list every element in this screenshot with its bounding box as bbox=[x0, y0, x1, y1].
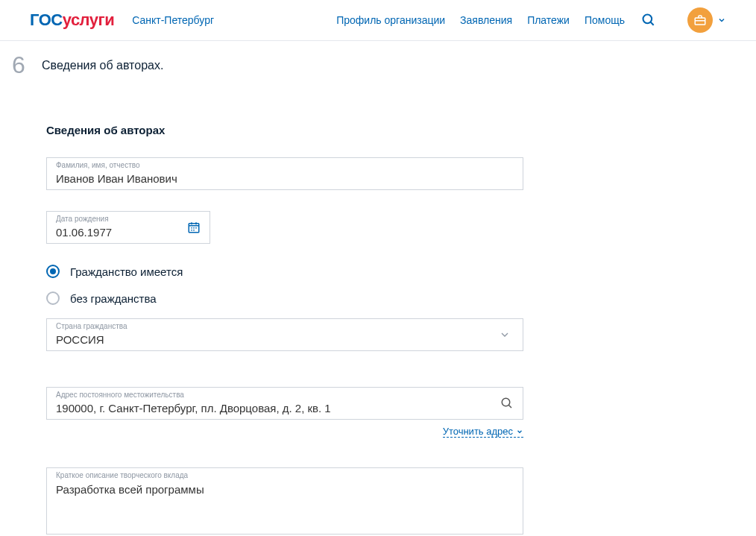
address-label: Адрес постоянного местожительства bbox=[56, 391, 184, 399]
step-title: Сведения об авторах. bbox=[42, 59, 163, 72]
refine-address-text: Уточнить адрес bbox=[443, 426, 513, 437]
radio-none-label: без гражданства bbox=[70, 292, 157, 305]
country-select[interactable]: Страна гражданства bbox=[46, 318, 523, 351]
nav-profile-org[interactable]: Профиль организации bbox=[336, 14, 445, 26]
nav-help[interactable]: Помощь bbox=[585, 14, 625, 26]
svg-line-1 bbox=[651, 22, 654, 25]
radio-unselected-icon bbox=[46, 291, 60, 305]
contribution-input[interactable] bbox=[56, 483, 514, 528]
refine-address-link[interactable]: Уточнить адрес bbox=[443, 426, 523, 438]
birthdate-label: Дата рождения bbox=[56, 215, 109, 223]
svg-point-12 bbox=[502, 398, 510, 406]
section-heading: Сведения об авторах bbox=[46, 124, 708, 136]
fullname-input[interactable] bbox=[56, 172, 514, 186]
chevron-down-icon bbox=[717, 16, 726, 25]
address-field[interactable]: Адрес постоянного местожительства bbox=[46, 387, 523, 420]
logo-uslugi: услуги bbox=[63, 10, 115, 30]
search-icon[interactable] bbox=[640, 11, 658, 29]
logo[interactable]: госуслуги bbox=[30, 10, 114, 30]
nav-applications[interactable]: Заявления bbox=[460, 14, 512, 26]
fullname-label: Фамилия, имя, отчество bbox=[56, 161, 140, 169]
fullname-field[interactable]: Фамилия, имя, отчество bbox=[46, 157, 523, 190]
chevron-down-icon bbox=[516, 428, 523, 435]
birthdate-input[interactable] bbox=[56, 226, 201, 240]
country-label: Страна гражданства bbox=[56, 322, 127, 330]
form-column: Фамилия, имя, отчество Дата рождения Гра… bbox=[46, 157, 523, 535]
header: госуслуги Санкт-Петербург Профиль органи… bbox=[0, 0, 756, 41]
radio-has-label: Гражданство имеется bbox=[70, 265, 183, 278]
city-selector[interactable]: Санкт-Петербург bbox=[132, 14, 214, 26]
country-value[interactable] bbox=[56, 333, 514, 347]
contribution-field[interactable]: Краткое описание творческого вклада bbox=[46, 467, 523, 535]
search-icon[interactable] bbox=[500, 397, 514, 410]
step-header: 6 Сведения об авторах. bbox=[12, 56, 708, 79]
step-number: 6 bbox=[12, 51, 42, 79]
calendar-icon[interactable] bbox=[187, 221, 201, 234]
nav-payments[interactable]: Платежи bbox=[527, 14, 570, 26]
contribution-label: Краткое описание творческого вклада bbox=[56, 471, 188, 479]
radio-selected-icon bbox=[46, 265, 60, 278]
briefcase-icon bbox=[687, 7, 713, 33]
radio-no-citizenship[interactable]: без гражданства bbox=[46, 291, 523, 305]
birthdate-field[interactable]: Дата рождения bbox=[46, 211, 210, 244]
profile-menu[interactable] bbox=[687, 7, 726, 33]
nav: Профиль организации Заявления Платежи По… bbox=[336, 7, 726, 33]
main-content: 6 Сведения об авторах. Сведения об автор… bbox=[0, 41, 708, 536]
address-input[interactable] bbox=[56, 402, 514, 416]
svg-point-0 bbox=[643, 15, 652, 24]
logo-gos: гос bbox=[30, 10, 63, 30]
radio-has-citizenship[interactable]: Гражданство имеется bbox=[46, 265, 523, 278]
svg-line-13 bbox=[508, 405, 511, 408]
